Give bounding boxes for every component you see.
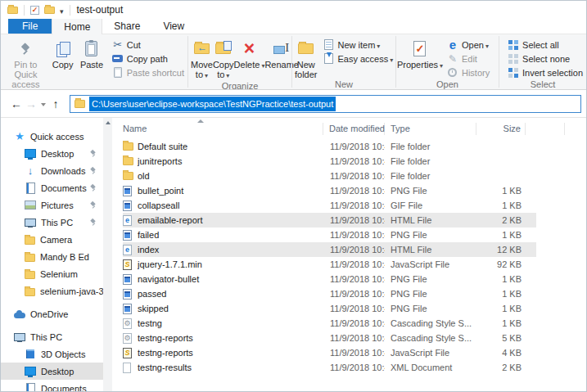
file-row[interactable]: junitreports11/9/2018 10:49 AMFile folde…: [123, 154, 536, 169]
history-button[interactable]: History: [444, 65, 492, 79]
image-icon: [123, 304, 132, 314]
address-path[interactable]: C:\Users\user\eclipse-workspace\TestNGPr…: [89, 97, 336, 111]
tab-file[interactable]: File: [8, 19, 52, 34]
easy-access-button[interactable]: Easy access: [319, 52, 395, 65]
dropdown-caret-icon: [388, 54, 393, 64]
invert-selection-button[interactable]: Invert selection: [504, 65, 585, 79]
js-icon: [123, 259, 132, 270]
column-header-date-modified[interactable]: Date modified: [323, 123, 385, 135]
recent-locations-chevron-icon[interactable]: [38, 97, 48, 110]
qat-customize-caret-icon[interactable]: [60, 2, 64, 17]
sidebar-scrollbar[interactable]: [103, 118, 112, 391]
sidebar-item-camera[interactable]: Camera: [1, 231, 103, 248]
copy-button[interactable]: Copy: [48, 37, 77, 70]
file-row[interactable]: emailable-report11/9/2018 10:49 AMHTML F…: [123, 213, 536, 228]
doc-icon: [25, 182, 36, 194]
file-date-modified: 11/9/2018 10:49 AM: [323, 363, 385, 372]
file-date-modified: 11/9/2018 10:49 AM: [323, 171, 385, 181]
image-icon: [123, 201, 132, 211]
sidebar-item-desktop[interactable]: Desktop: [1, 363, 103, 380]
sidebar-item-3d-objects[interactable]: 3D Objects: [1, 345, 103, 363]
up-icon[interactable]: [48, 97, 63, 110]
qat-properties-check-icon[interactable]: [30, 6, 39, 15]
sidebar-item-documents[interactable]: Documents: [1, 380, 103, 391]
paste-shortcut-button[interactable]: Paste shortcut: [109, 65, 187, 79]
select-none-button[interactable]: Select none: [504, 52, 585, 65]
copy-path-button[interactable]: Copy path: [109, 52, 187, 65]
qat-new-folder-icon[interactable]: [44, 7, 55, 14]
sidebar: Quick accessDesktopDownloadsDocumentsPic…: [1, 118, 103, 391]
cube-icon: [25, 349, 36, 360]
file-name: junitreports: [138, 156, 323, 166]
sidebar-item-selenium[interactable]: Selenium: [1, 265, 103, 282]
paste-button[interactable]: Paste: [77, 37, 106, 70]
move-to-button[interactable]: Move to: [191, 37, 213, 81]
file-row[interactable]: testng-reports11/9/2018 10:49 AMJavaScri…: [123, 345, 536, 360]
address-bar[interactable]: C:\Users\user\eclipse-workspace\TestNGPr…: [70, 95, 581, 113]
file-row[interactable]: failed11/9/2018 10:49 AMPNG File1 KB: [123, 228, 536, 242]
file-row[interactable]: collapseall11/9/2018 10:49 AMGIF File1 K…: [123, 198, 536, 213]
scroll-up-icon[interactable]: [106, 121, 111, 124]
folder-icon: [25, 237, 35, 245]
column-header-type[interactable]: Type: [385, 123, 476, 135]
sidebar-item-selenium-java-3[interactable]: selenium-java-3: [1, 282, 103, 300]
sidebar-item-documents[interactable]: Documents: [1, 179, 103, 196]
new-folder-button[interactable]: New folder: [295, 37, 318, 79]
new-item-button[interactable]: New item: [319, 38, 395, 52]
cut-button[interactable]: Cut: [109, 38, 187, 52]
group-label-open: Open: [396, 79, 499, 90]
open-button[interactable]: Open: [444, 38, 492, 52]
sidebar-item-downloads[interactable]: Downloads: [1, 162, 103, 179]
column-header-name[interactable]: Name: [123, 123, 323, 135]
copy-to-button[interactable]: Copy to: [213, 37, 234, 81]
file-icon-cell: [123, 215, 138, 226]
file-row[interactable]: testng-reports11/9/2018 10:49 AMCascadin…: [123, 331, 536, 345]
back-icon[interactable]: [9, 97, 24, 110]
pin-icon: [90, 219, 97, 227]
sidebar-item-label: Pictures: [41, 201, 74, 210]
dropdown-caret-icon: [438, 60, 443, 70]
file-row[interactable]: old11/9/2018 10:49 AMFile folder: [123, 169, 536, 183]
properties-button[interactable]: Properties: [399, 37, 441, 71]
sidebar-item-desktop[interactable]: Desktop: [1, 145, 103, 162]
button-label: Open: [462, 40, 484, 50]
file-row[interactable]: Default suite11/9/2018 10:49 AMFile fold…: [123, 139, 536, 154]
select-all-button[interactable]: Select all: [504, 38, 585, 52]
delete-button[interactable]: Delete: [234, 37, 265, 71]
pictures-icon: [25, 200, 36, 211]
pin-to-quick-access-button[interactable]: Pin to Quick access: [3, 37, 48, 89]
tab-share[interactable]: Share: [102, 19, 151, 34]
sidebar-item-mandy-b-ed[interactable]: Mandy B Ed: [1, 248, 103, 265]
file-type: PNG File: [385, 274, 476, 284]
file-size: 4 KB: [476, 348, 526, 358]
sidebar-item-this-pc[interactable]: This PC: [1, 214, 103, 231]
file-name: testng-reports: [138, 333, 323, 343]
file-icon-cell: [123, 172, 138, 180]
tab-home[interactable]: Home: [52, 19, 102, 34]
file-row[interactable]: index11/9/2018 10:49 AMHTML File12 KB: [123, 242, 536, 257]
file-row[interactable]: testng11/9/2018 10:49 AMCascading Style …: [123, 316, 536, 331]
html-icon: [123, 215, 132, 226]
forward-icon[interactable]: [24, 97, 38, 110]
sidebar-item-onedrive[interactable]: OneDrive: [1, 305, 103, 322]
tab-view[interactable]: View: [151, 19, 196, 34]
file-row[interactable]: passed11/9/2018 10:49 AMPNG File1 KB: [123, 286, 536, 301]
file-type: JavaScript File: [385, 348, 476, 358]
file-date-modified: 11/9/2018 10:49 AM: [323, 230, 385, 240]
file-row[interactable]: jquery-1.7.1.min11/9/2018 10:49 AMJavaSc…: [123, 257, 536, 272]
sidebar-item-this-pc[interactable]: This PC: [1, 328, 103, 345]
file-size: 1 KB: [476, 304, 526, 313]
file-icon-cell: [123, 363, 138, 373]
file-date-modified: 11/9/2018 10:49 AM: [323, 304, 385, 313]
history-clock-icon: [446, 68, 459, 77]
file-row[interactable]: testng-results11/9/2018 10:49 AMXML Docu…: [123, 360, 536, 375]
sidebar-item-pictures[interactable]: Pictures: [1, 196, 103, 214]
file-size: 1 KB: [476, 318, 526, 328]
file-row[interactable]: bullet_point11/9/2018 10:49 AMPNG File1 …: [123, 183, 536, 198]
column-header-size[interactable]: Size: [476, 123, 526, 135]
file-row[interactable]: navigator-bullet11/9/2018 10:49 AMPNG Fi…: [123, 272, 536, 286]
file-row[interactable]: skipped11/9/2018 10:49 AMPNG File1 KB: [123, 301, 536, 316]
sidebar-item-quick-access[interactable]: Quick access: [1, 128, 103, 145]
edit-button[interactable]: Edit: [444, 52, 492, 65]
delete-x-icon: [244, 41, 255, 56]
